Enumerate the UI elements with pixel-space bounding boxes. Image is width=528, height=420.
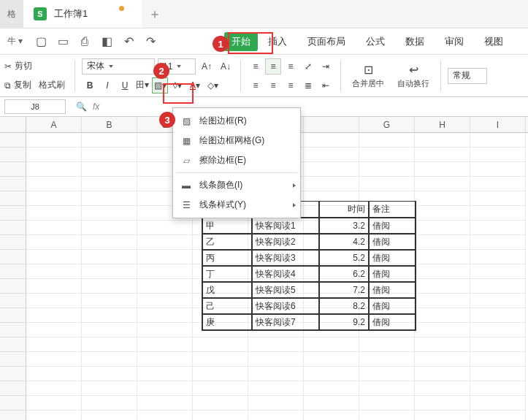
- cell[interactable]: [248, 367, 304, 381]
- distribute-icon[interactable]: ≣: [300, 77, 316, 93]
- cell[interactable]: [415, 264, 470, 279]
- cell[interactable]: [415, 279, 470, 294]
- table-cell[interactable]: 借阅: [369, 218, 416, 234]
- cell[interactable]: [82, 352, 137, 367]
- row-header[interactable]: [0, 235, 26, 250]
- font-name-select[interactable]: 宋体: [82, 58, 155, 75]
- cell[interactable]: [26, 396, 82, 411]
- table-cell[interactable]: 借阅: [369, 234, 416, 250]
- cell[interactable]: [415, 162, 470, 177]
- cell[interactable]: [470, 323, 526, 337]
- table-cell[interactable]: 丁: [202, 266, 252, 282]
- cell[interactable]: [82, 162, 137, 177]
- cell[interactable]: [470, 206, 526, 221]
- cell[interactable]: [137, 235, 193, 250]
- cell[interactable]: [415, 294, 470, 308]
- table-cell[interactable]: 戊: [202, 282, 252, 298]
- row-header[interactable]: [0, 323, 26, 337]
- indent-right-icon[interactable]: ⇥: [318, 58, 334, 75]
- cell[interactable]: [137, 352, 193, 367]
- table-cell[interactable]: 6.2: [319, 266, 369, 282]
- menu-formula[interactable]: 公式: [356, 31, 395, 53]
- cell[interactable]: [470, 264, 526, 279]
- cell[interactable]: [26, 235, 82, 250]
- cell[interactable]: [82, 308, 137, 323]
- menu-insert[interactable]: 插入: [258, 31, 297, 53]
- row-header[interactable]: [0, 206, 26, 221]
- cell[interactable]: [359, 367, 415, 381]
- cell[interactable]: [248, 337, 304, 352]
- cell[interactable]: [137, 308, 193, 323]
- table-cell[interactable]: 庚: [202, 314, 252, 330]
- menu-draw-border[interactable]: ▨ 绘图边框(R): [173, 111, 300, 131]
- cell[interactable]: [415, 367, 470, 381]
- cell[interactable]: [26, 352, 82, 367]
- cell[interactable]: [470, 133, 526, 148]
- cell[interactable]: [137, 264, 193, 279]
- row-header[interactable]: [0, 396, 26, 411]
- col-header[interactable]: A: [26, 117, 82, 132]
- cell[interactable]: [193, 337, 248, 352]
- font-color-button[interactable]: A▾: [187, 77, 203, 93]
- cell[interactable]: [26, 308, 82, 323]
- cell[interactable]: [304, 133, 359, 148]
- menu-draw-border-grid[interactable]: ▦ 绘图边框网格(G): [173, 131, 300, 150]
- cell[interactable]: [470, 235, 526, 250]
- cell[interactable]: [304, 381, 359, 396]
- wrap-text-button[interactable]: ↩ 自动换行: [393, 63, 434, 89]
- decrease-font-icon[interactable]: A↓: [218, 58, 234, 75]
- cell[interactable]: [415, 148, 470, 162]
- name-box[interactable]: J8: [4, 99, 66, 114]
- cell[interactable]: [26, 294, 82, 308]
- col-header[interactable]: G: [359, 117, 415, 132]
- cell[interactable]: [82, 279, 137, 294]
- cell[interactable]: [359, 381, 415, 396]
- table-cell[interactable]: 己: [202, 298, 252, 314]
- cell[interactable]: [415, 308, 470, 323]
- cell[interactable]: [304, 396, 359, 411]
- align-bottom-icon[interactable]: ≡: [283, 58, 299, 75]
- row-header[interactable]: [0, 337, 26, 352]
- cell[interactable]: [137, 279, 193, 294]
- table-cell[interactable]: 快客阅读7: [252, 314, 319, 330]
- cell[interactable]: [359, 177, 415, 191]
- cell[interactable]: [26, 221, 82, 235]
- table-cell[interactable]: 借阅: [369, 266, 416, 282]
- cell[interactable]: [470, 381, 526, 396]
- cell[interactable]: [415, 381, 470, 396]
- cell[interactable]: [415, 250, 470, 264]
- qat-preview-icon[interactable]: ◧: [98, 33, 115, 50]
- cell[interactable]: [359, 337, 415, 352]
- copy-button[interactable]: ⧉复制: [1, 77, 34, 93]
- cell[interactable]: [415, 411, 470, 420]
- merge-center-button[interactable]: ⊡ 合并居中: [348, 63, 389, 89]
- cell[interactable]: [137, 323, 193, 337]
- table-cell[interactable]: 3.2: [319, 218, 369, 234]
- cell[interactable]: [26, 264, 82, 279]
- cell[interactable]: [359, 396, 415, 411]
- cell[interactable]: [470, 162, 526, 177]
- cell[interactable]: [26, 148, 82, 162]
- cell[interactable]: [470, 411, 526, 420]
- row-header[interactable]: [0, 352, 26, 367]
- cell[interactable]: [193, 381, 248, 396]
- table-cell[interactable]: 9.2: [319, 314, 369, 330]
- cell[interactable]: [415, 323, 470, 337]
- cell[interactable]: [82, 294, 137, 308]
- row-header[interactable]: [0, 162, 26, 177]
- menu-review[interactable]: 审阅: [435, 31, 474, 53]
- cell[interactable]: [82, 235, 137, 250]
- cell[interactable]: [82, 133, 137, 148]
- cell[interactable]: [137, 294, 193, 308]
- find-icon[interactable]: 🔍: [76, 102, 87, 112]
- menu-start[interactable]: 开始: [224, 32, 258, 51]
- cell[interactable]: [359, 148, 415, 162]
- qat-undo-icon[interactable]: ↶: [120, 33, 137, 50]
- cell[interactable]: [415, 191, 470, 206]
- table-cell[interactable]: 乙: [202, 234, 252, 250]
- underline-button[interactable]: U: [117, 77, 133, 93]
- cell[interactable]: [137, 221, 193, 235]
- row-header[interactable]: [0, 279, 26, 294]
- format-painter-button[interactable]: 格式刷: [36, 77, 68, 93]
- menu-view[interactable]: 视图: [474, 31, 513, 53]
